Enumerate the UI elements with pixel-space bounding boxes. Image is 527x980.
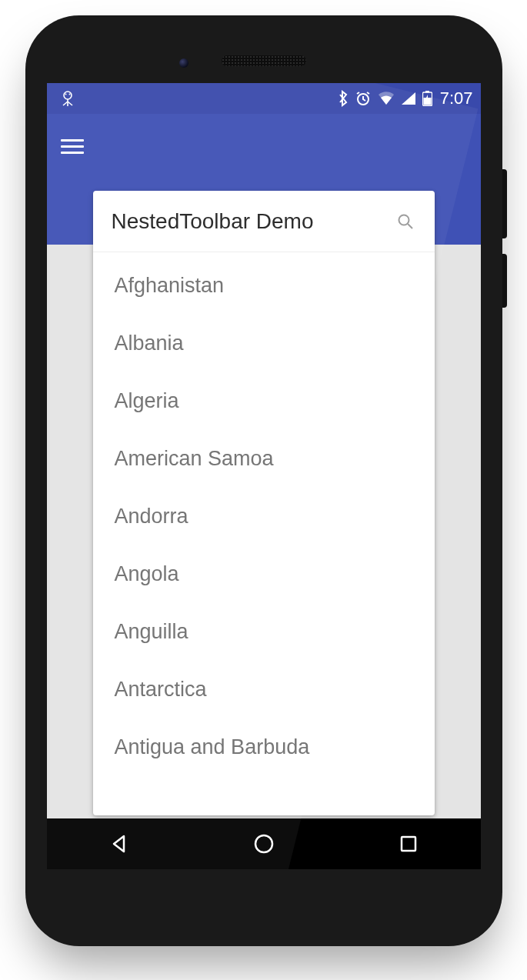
content-card: NestedToolbar Demo Afghanistan Albania A… <box>93 191 435 815</box>
home-button[interactable] <box>252 832 275 855</box>
app-bar <box>47 114 481 175</box>
list-item[interactable]: Albania <box>93 315 435 372</box>
device-frame: 7:07 NestedToolbar Demo Afghanistan Alba… <box>25 15 502 946</box>
svg-line-4 <box>63 102 68 105</box>
svg-point-2 <box>68 94 70 95</box>
toolbar-title: NestedToolbar Demo <box>112 209 395 234</box>
svg-line-5 <box>68 102 72 105</box>
status-bar: 7:07 <box>47 83 481 114</box>
front-sensor <box>179 58 188 68</box>
list-item[interactable]: Afghanistan <box>93 257 435 315</box>
list-item[interactable]: Antigua and Barbuda <box>93 718 435 776</box>
wifi-icon <box>378 92 395 105</box>
back-button[interactable] <box>108 832 131 855</box>
svg-point-1 <box>65 94 66 95</box>
debug-icon <box>61 90 75 107</box>
status-time: 7:07 <box>440 88 473 108</box>
list-item[interactable]: American Samoa <box>93 430 435 488</box>
svg-rect-13 <box>402 837 415 851</box>
power-button <box>502 169 507 238</box>
svg-line-11 <box>408 224 412 228</box>
recents-button[interactable] <box>397 832 420 855</box>
list-item[interactable]: Angola <box>93 545 435 603</box>
list-item[interactable]: Antarctica <box>93 661 435 718</box>
volume-button <box>502 254 507 308</box>
search-icon[interactable] <box>395 211 416 232</box>
svg-rect-8 <box>425 91 429 93</box>
list-item[interactable]: Algeria <box>93 372 435 430</box>
country-list[interactable]: Afghanistan Albania Algeria American Sam… <box>93 252 435 781</box>
speaker-grille <box>222 55 306 66</box>
list-item[interactable]: Andorra <box>93 488 435 545</box>
nested-toolbar: NestedToolbar Demo <box>93 191 435 252</box>
svg-point-12 <box>255 835 272 852</box>
battery-charging-icon <box>422 91 432 106</box>
menu-icon[interactable] <box>61 135 84 154</box>
alarm-icon <box>355 90 372 107</box>
svg-point-0 <box>64 92 72 99</box>
svg-point-10 <box>399 215 409 225</box>
list-item[interactable]: Anguilla <box>93 603 435 661</box>
navigation-bar <box>47 818 481 869</box>
screen: 7:07 NestedToolbar Demo Afghanistan Alba… <box>47 83 481 869</box>
bluetooth-icon <box>338 90 349 107</box>
signal-icon <box>401 92 416 105</box>
